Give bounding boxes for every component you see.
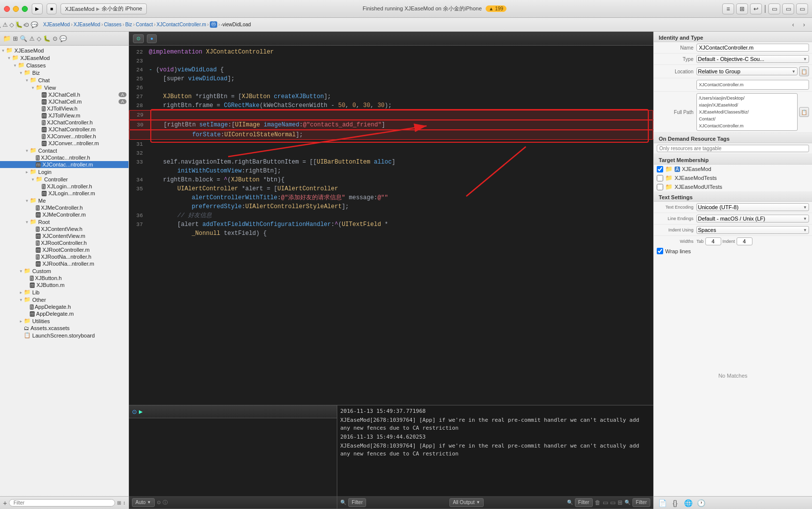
- localize-btn[interactable]: 🌐: [683, 498, 693, 509]
- sidebar-chat-icon[interactable]: 💬: [60, 35, 67, 42]
- wrap-lines-checkbox[interactable]: [657, 248, 663, 254]
- sidebar-item-xjcontact-controller-m[interactable]: m XJContac...ntroller.m: [0, 161, 128, 168]
- sidebar-grid-icon[interactable]: ⊞: [13, 35, 18, 42]
- editor-breakpoint-btn[interactable]: ●: [147, 34, 157, 43]
- sidebar-item-xjconver-controller-h[interactable]: h XJConver...ntroller.h: [0, 133, 128, 140]
- warning-badge[interactable]: ▲ 199: [486, 5, 506, 12]
- sidebar-item-xjeasemmod-root[interactable]: ▾📁 XJEaseMod: [0, 47, 128, 54]
- run-button[interactable]: ▶: [32, 3, 43, 14]
- bc-classes[interactable]: Classes: [104, 22, 122, 27]
- panel-center-button[interactable]: ▭: [782, 3, 794, 14]
- sidebar-item-view[interactable]: ▾📁 View: [0, 84, 128, 91]
- sidebar-item-xjlogin-controller-m[interactable]: m XJLogin...ntroller.m: [0, 190, 128, 197]
- sidebar-warning-icon[interactable]: ⚠: [29, 35, 35, 42]
- tab-value-input[interactable]: [705, 237, 721, 245]
- filter-log-btn[interactable]: Filter: [348, 498, 366, 507]
- sidebar-item-xjcontact-controller-h[interactable]: h XJContac...ntroller.h: [0, 154, 128, 161]
- search-icon[interactable]: 🔍: [0, 21, 1, 28]
- sidebar-item-lib[interactable]: ▸📁 Lib: [0, 288, 128, 296]
- fullscreen-button[interactable]: [22, 6, 28, 12]
- sidebar-diamond-icon[interactable]: ◇: [37, 35, 41, 42]
- grid-view-icon[interactable]: ⊞: [618, 499, 623, 506]
- view-toggle-button[interactable]: ⊞: [736, 3, 748, 14]
- target-2-checkbox[interactable]: [657, 175, 663, 181]
- bc-xjeasemmod-2[interactable]: XJEaseMod: [73, 22, 100, 27]
- location-select[interactable]: Relative to Group: [696, 67, 798, 75]
- sidebar-item-xjrootcontroller-h[interactable]: h XJRootController.h: [0, 239, 128, 246]
- navigator-toggle-button[interactable]: ↩: [750, 3, 762, 14]
- warning-icon[interactable]: ⚠: [2, 21, 8, 28]
- sidebar-item-xjcontentview-m[interactable]: m XJContentView.m: [0, 232, 128, 239]
- bc-contact[interactable]: Contact: [136, 22, 153, 27]
- history-btn[interactable]: 🕐: [695, 498, 706, 509]
- sidebar-item-biz[interactable]: ▾📁 Biz: [0, 69, 128, 76]
- location-copy-btn[interactable]: 📋: [799, 66, 809, 76]
- sidebar-item-launchscreen[interactable]: 📋 LaunchScreen.storyboard: [0, 332, 128, 339]
- indent-value-input[interactable]: [737, 237, 752, 245]
- sidebar-item-controller-login[interactable]: ▾📁 Controller: [0, 175, 128, 183]
- editor-jump-btn[interactable]: ⊙: [133, 34, 144, 43]
- trash-icon[interactable]: 🗑: [595, 499, 601, 506]
- add-file-btn[interactable]: 📄: [657, 498, 668, 509]
- bc-biz[interactable]: Biz: [125, 22, 132, 27]
- sidebar-item-other[interactable]: ▾📁 Other: [0, 296, 128, 303]
- add-file-icon[interactable]: +: [3, 499, 7, 507]
- sidebar-item-xjchatcontroller-h[interactable]: h XJChatController.h: [0, 119, 128, 126]
- sidebar-item-xjrootcontroller-m[interactable]: m XJRootController.m: [0, 246, 128, 253]
- sidebar-item-me[interactable]: ▾📁 Me: [0, 197, 128, 204]
- bc-file[interactable]: XJContactController.m: [157, 22, 206, 27]
- sidebar-item-appdelegate-h[interactable]: h AppDelegate.h: [0, 303, 128, 310]
- minimize-button[interactable]: [13, 6, 19, 12]
- type-select[interactable]: Default - Objective-C Sou...: [696, 55, 809, 63]
- filter-btn-right[interactable]: Filter: [575, 498, 593, 507]
- sidebar-item-xjcontentview-h[interactable]: h XJContentView.h: [0, 226, 128, 232]
- sidebar-item-custom[interactable]: ▾📁 Custom: [0, 267, 128, 275]
- code-btn[interactable]: {}: [670, 498, 681, 509]
- sidebar-filter-input[interactable]: [9, 499, 115, 507]
- tags-input[interactable]: [657, 145, 809, 152]
- sidebar-item-xjmecontroller-h[interactable]: h XJMeController.h: [0, 204, 128, 211]
- encoding-select[interactable]: Unicode (UTF-8): [696, 203, 809, 211]
- sidebar-item-xjlogin-controller-h[interactable]: h XJLogin...ntroller.h: [0, 183, 128, 190]
- forward-button[interactable]: ›: [31, 20, 41, 29]
- sidebar-item-appdelegate-m[interactable]: m AppDelegate.m: [0, 310, 128, 317]
- sidebar-item-assets[interactable]: 🗂 Assets.xcassets: [0, 325, 128, 332]
- layout-icon-2[interactable]: ▭: [610, 499, 616, 506]
- test-icon[interactable]: ◇: [9, 21, 14, 28]
- filter-options-icon[interactable]: ⊞: [117, 500, 121, 506]
- filter-bottom-btn[interactable]: Filter: [632, 498, 650, 507]
- panel-right-button[interactable]: ▭: [796, 3, 808, 14]
- sidebar-item-classes[interactable]: ▾📁 Classes: [0, 61, 128, 69]
- bc-m-badge[interactable]: ⓜ: [210, 21, 217, 28]
- sidebar-search-icon[interactable]: 🔍: [20, 35, 27, 42]
- sidebar-item-contact[interactable]: ▾📁 Contact: [0, 147, 128, 154]
- panel-left-button[interactable]: ▭: [768, 3, 780, 14]
- sidebar-item-utilities[interactable]: ▸📁 Utilities: [0, 317, 128, 325]
- sidebar-break-icon[interactable]: ⊙: [53, 35, 58, 42]
- sidebar-item-xjmecontroller-m[interactable]: m XJMeController.m: [0, 211, 128, 218]
- line-endings-select[interactable]: Default - macOS / Unix (LF): [696, 215, 809, 223]
- close-button[interactable]: [4, 6, 10, 12]
- scheme-selector[interactable]: XJEaseMod ▶ 余小金的 iPhone: [61, 3, 147, 14]
- sidebar-item-xjrootna-controller-m[interactable]: m XJRootNa...ntroller.m: [0, 260, 128, 267]
- sidebar-item-login[interactable]: ▸📁 Login: [0, 168, 128, 175]
- sidebar-item-xjtollview-h[interactable]: h XJTollView.h: [0, 105, 128, 112]
- indent-using-select[interactable]: Spaces: [696, 226, 809, 234]
- sidebar-debug-icon[interactable]: 🐛: [43, 35, 51, 42]
- sidebar-item-xjchatcell-m[interactable]: m XJChatCell.mA: [0, 98, 128, 105]
- filter-sort-icon[interactable]: ↕: [123, 500, 125, 506]
- sidebar-item-xjconver-controller-m[interactable]: m XJConver...ntroller.m: [0, 140, 128, 147]
- sidebar-item-chat[interactable]: ▾📁 Chat: [0, 76, 128, 84]
- nav-next-button[interactable]: ›: [799, 20, 809, 29]
- sidebar-item-xjbutton-m[interactable]: m XJButton.m: [0, 282, 128, 288]
- code-area[interactable]: 22@implementation XJContactController232…: [129, 46, 653, 405]
- sidebar-item-xjrootna-controller-h[interactable]: h XJRootNa...ntroller.h: [0, 253, 128, 260]
- all-output-btn[interactable]: All Output ▼: [449, 498, 484, 507]
- target-3-checkbox[interactable]: [657, 184, 663, 190]
- sidebar-item-root[interactable]: ▾📁 Root: [0, 218, 128, 226]
- nav-prev-button[interactable]: ‹: [788, 20, 798, 29]
- target-1-checkbox[interactable]: [657, 166, 663, 172]
- back-button[interactable]: ‹: [19, 20, 29, 29]
- editor-layout-button[interactable]: ≡: [722, 3, 734, 14]
- sidebar-item-xjchatcell-h[interactable]: m XJChatCell.hA: [0, 91, 128, 98]
